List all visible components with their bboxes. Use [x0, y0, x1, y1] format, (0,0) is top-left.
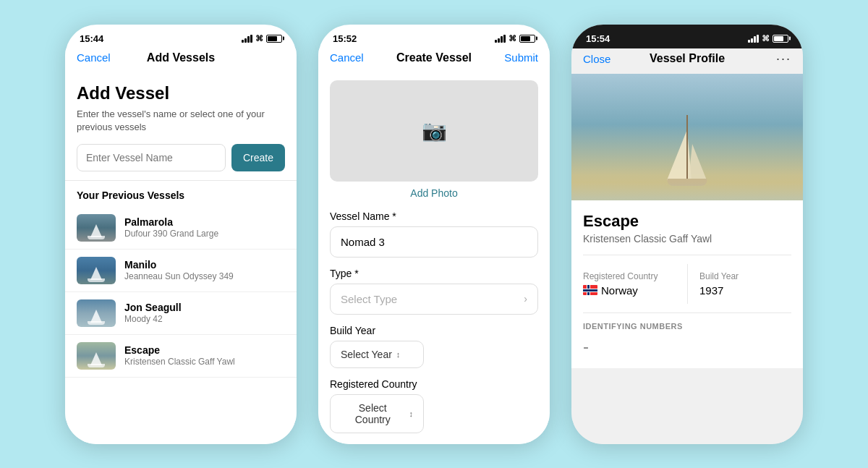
status-bar-2: 15:52 ⌘: [318, 25, 550, 48]
vessel-name-manilo: Manilo: [124, 259, 285, 271]
battery-icon-2: [519, 35, 535, 43]
vessel-name-row: Create: [77, 144, 285, 171]
vessel-info-palmarola: Palmarola Dufour 390 Grand Large: [124, 216, 285, 239]
vessel-name-palmarola: Palmarola: [124, 216, 285, 228]
divider-2: [583, 312, 791, 313]
submit-button[interactable]: Submit: [495, 51, 538, 64]
list-item[interactable]: Palmarola Dufour 390 Grand Large: [65, 207, 297, 250]
build-year-placeholder: Select Year: [341, 349, 392, 360]
photo-upload-area[interactable]: 📷: [330, 80, 538, 182]
vessel-model-jonseagull: Moody 42: [124, 314, 285, 324]
nav-title-3: Vessel Profile: [650, 52, 725, 65]
status-bar-1: 15:44 ⌘: [65, 25, 297, 48]
registered-country-cell-label: Registered Country: [583, 271, 687, 281]
sail-fore: [689, 144, 707, 180]
time-3: 15:54: [586, 33, 610, 44]
create-vessel-form: 📷 Add Photo Vessel Name * Type * Select …: [318, 72, 550, 444]
add-photo-label[interactable]: Add Photo: [330, 187, 538, 199]
vessel-info-manilo: Manilo Jeanneau Sun Odyssey 349: [124, 259, 285, 281]
updown-icon-2: ↕: [409, 409, 414, 418]
registered-country-cell: Registered Country Norway: [583, 264, 687, 304]
wifi-icon-2: ⌘: [509, 34, 516, 43]
nav-bar-2: Cancel Create Vessel Submit: [318, 48, 550, 72]
status-icons-1: ⌘: [242, 34, 282, 43]
vessel-thumbnail-jonseagull: [77, 299, 116, 327]
vessel-profile-screen: Escape Kristensen Classic Gaff Yawl Regi…: [571, 74, 803, 444]
status-icons-3: ⌘: [748, 34, 788, 43]
identifying-numbers-header: IDENTIFYING NUMBERS: [583, 322, 791, 331]
build-year-label: Build Year: [330, 325, 538, 336]
vessel-name-input[interactable]: [77, 144, 226, 171]
add-vessel-header: Add Vessel Enter the vessel's name or se…: [65, 72, 297, 180]
more-options-button[interactable]: ···: [748, 51, 791, 67]
signal-icon-2: [495, 35, 506, 43]
vessel-profile-content: Escape Kristensen Classic Gaff Yawl Regi…: [571, 74, 803, 444]
cancel-button-2[interactable]: Cancel: [330, 51, 373, 64]
updown-icon: ↕: [396, 350, 401, 359]
status-icons-2: ⌘: [495, 34, 535, 43]
wifi-icon-3: ⌘: [762, 34, 770, 43]
signal-icon: [242, 35, 252, 43]
type-label: Type *: [330, 268, 538, 279]
vessel-name-label: Vessel Name *: [330, 210, 538, 222]
time-2: 15:52: [333, 33, 357, 44]
add-vessel-subtitle: Enter the vessel's name or select one of…: [77, 108, 285, 134]
add-vessel-title: Add Vessel: [77, 83, 285, 103]
vessel-model-palmarola: Dufour 390 Grand Large: [124, 229, 285, 239]
battery-icon-3: [773, 35, 788, 43]
vessel-hero-image: [571, 74, 803, 200]
water-reflection: [571, 182, 803, 200]
vessel-details-grid: Registered Country Norway Build Year 193…: [583, 264, 791, 304]
country-value: Norway: [601, 284, 638, 297]
identifying-numbers-value: -: [583, 336, 791, 357]
list-item[interactable]: Manilo Jeanneau Sun Odyssey 349: [65, 250, 297, 292]
vessel-name-jonseagull: Jon Seagull: [124, 302, 285, 313]
build-year-cell-label: Build Year: [699, 271, 791, 281]
type-select-placeholder: Select Type: [341, 293, 397, 305]
list-item[interactable]: Escape Kristensen Classic Gaff Yawl: [65, 335, 297, 378]
nav-title-2: Create Vessel: [396, 51, 472, 64]
close-button[interactable]: Close: [583, 53, 626, 65]
nav-bar-3: Close Vessel Profile ···: [571, 48, 803, 74]
registered-country-label: Registered Country: [330, 378, 538, 390]
vessel-info-jonseagull: Jon Seagull Moody 42: [124, 302, 285, 324]
nav-title-1: Add Vessels: [147, 51, 215, 64]
previous-vessels-label: Your Previous Vessels: [65, 180, 297, 207]
registered-country-cell-value: Norway: [583, 284, 687, 297]
phone-create-vessel: 15:52 ⌘ Cancel Create Vessel Submit 📷 Ad…: [318, 25, 550, 444]
vessel-list: Palmarola Dufour 390 Grand Large Manilo …: [65, 207, 297, 378]
country-select[interactable]: Select Country ↕: [330, 394, 424, 433]
cancel-button-1[interactable]: Cancel: [77, 51, 120, 64]
sail-mast: [686, 115, 688, 180]
camera-icon: 📷: [422, 119, 447, 142]
status-bar-3: 15:54 ⌘: [571, 25, 803, 48]
time-1: 15:44: [80, 33, 103, 44]
vessel-name-field[interactable]: [330, 226, 538, 258]
vessel-thumbnail-escape: [77, 342, 116, 370]
country-placeholder: Select Country: [341, 402, 405, 425]
chevron-right-icon: ›: [524, 293, 527, 305]
phone-vessel-profile: 15:54 ⌘ Close Vessel Profile ···: [571, 25, 803, 444]
vessel-name-escape: Escape: [124, 344, 285, 356]
signal-icon-3: [748, 35, 759, 43]
build-year-cell-value: 1937: [699, 284, 791, 297]
battery-icon: [266, 35, 282, 43]
create-vessel-button[interactable]: Create: [231, 144, 285, 171]
norway-flag-icon: [583, 285, 597, 295]
create-vessel-screen: 📷 Add Photo Vessel Name * Type * Select …: [318, 72, 550, 444]
divider-1: [583, 255, 791, 255]
nav-bar-1: Cancel Add Vessels: [65, 48, 297, 72]
build-year-select[interactable]: Select Year ↕: [330, 341, 424, 368]
list-item[interactable]: Jon Seagull Moody 42: [65, 292, 297, 335]
vessel-info-escape: Escape Kristensen Classic Gaff Yawl: [124, 344, 285, 367]
vessel-thumbnail-manilo: [77, 257, 116, 284]
build-year-cell: Build Year 1937: [687, 264, 791, 304]
profile-info: Escape Kristensen Classic Gaff Yawl Regi…: [571, 200, 803, 368]
vessel-model-escape: Kristensen Classic Gaff Yawl: [124, 357, 285, 367]
vessel-thumbnail-palmarola: [77, 214, 116, 242]
type-select[interactable]: Select Type ›: [330, 284, 538, 315]
vessel-model-manilo: Jeanneau Sun Odyssey 349: [124, 271, 285, 281]
add-vessel-screen: Add Vessel Enter the vessel's name or se…: [65, 72, 297, 444]
phone-add-vessels: 15:44 ⌘ Cancel Add Vessels Add Vessel En…: [65, 25, 297, 444]
profile-vessel-model: Kristensen Classic Gaff Yawl: [583, 233, 791, 244]
